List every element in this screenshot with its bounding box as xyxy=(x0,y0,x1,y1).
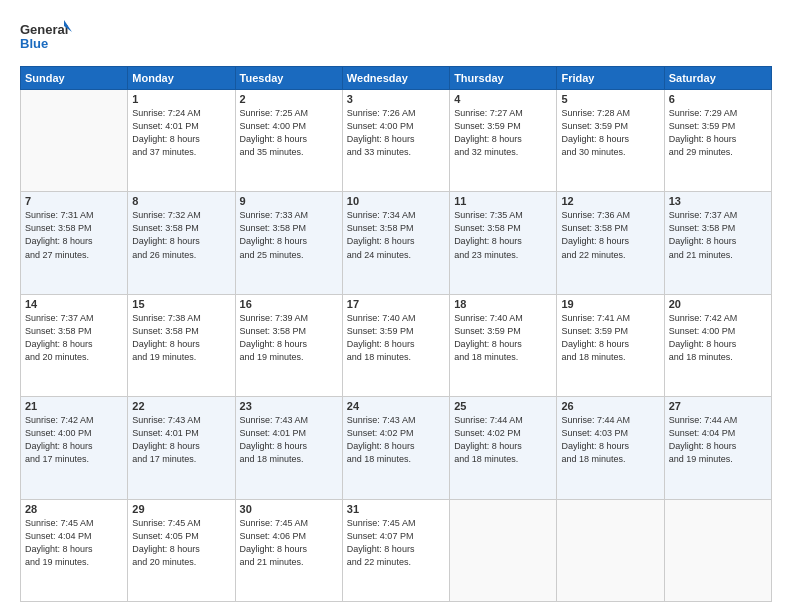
day-info: Sunrise: 7:38 AMSunset: 3:58 PMDaylight:… xyxy=(132,312,230,364)
calendar-header-monday: Monday xyxy=(128,67,235,90)
day-number: 27 xyxy=(669,400,767,412)
calendar-header-wednesday: Wednesday xyxy=(342,67,449,90)
calendar-cell: 4Sunrise: 7:27 AMSunset: 3:59 PMDaylight… xyxy=(450,90,557,192)
calendar-week-3: 14Sunrise: 7:37 AMSunset: 3:58 PMDayligh… xyxy=(21,294,772,396)
day-number: 19 xyxy=(561,298,659,310)
calendar-week-2: 7Sunrise: 7:31 AMSunset: 3:58 PMDaylight… xyxy=(21,192,772,294)
day-number: 31 xyxy=(347,503,445,515)
day-number: 28 xyxy=(25,503,123,515)
calendar-cell: 31Sunrise: 7:45 AMSunset: 4:07 PMDayligh… xyxy=(342,499,449,601)
calendar-cell: 19Sunrise: 7:41 AMSunset: 3:59 PMDayligh… xyxy=(557,294,664,396)
day-number: 9 xyxy=(240,195,338,207)
day-number: 13 xyxy=(669,195,767,207)
header: General Blue xyxy=(20,18,772,56)
calendar-header-friday: Friday xyxy=(557,67,664,90)
day-info: Sunrise: 7:44 AMSunset: 4:02 PMDaylight:… xyxy=(454,414,552,466)
calendar-cell: 20Sunrise: 7:42 AMSunset: 4:00 PMDayligh… xyxy=(664,294,771,396)
calendar-week-1: 1Sunrise: 7:24 AMSunset: 4:01 PMDaylight… xyxy=(21,90,772,192)
logo: General Blue xyxy=(20,18,72,56)
day-info: Sunrise: 7:36 AMSunset: 3:58 PMDaylight:… xyxy=(561,209,659,261)
calendar-cell: 9Sunrise: 7:33 AMSunset: 3:58 PMDaylight… xyxy=(235,192,342,294)
calendar-cell: 1Sunrise: 7:24 AMSunset: 4:01 PMDaylight… xyxy=(128,90,235,192)
day-number: 1 xyxy=(132,93,230,105)
day-info: Sunrise: 7:45 AMSunset: 4:05 PMDaylight:… xyxy=(132,517,230,569)
calendar-cell: 15Sunrise: 7:38 AMSunset: 3:58 PMDayligh… xyxy=(128,294,235,396)
day-number: 15 xyxy=(132,298,230,310)
calendar-cell: 22Sunrise: 7:43 AMSunset: 4:01 PMDayligh… xyxy=(128,397,235,499)
day-number: 20 xyxy=(669,298,767,310)
calendar-cell: 10Sunrise: 7:34 AMSunset: 3:58 PMDayligh… xyxy=(342,192,449,294)
day-number: 2 xyxy=(240,93,338,105)
day-number: 3 xyxy=(347,93,445,105)
calendar-week-4: 21Sunrise: 7:42 AMSunset: 4:00 PMDayligh… xyxy=(21,397,772,499)
day-number: 24 xyxy=(347,400,445,412)
calendar-cell: 25Sunrise: 7:44 AMSunset: 4:02 PMDayligh… xyxy=(450,397,557,499)
day-info: Sunrise: 7:41 AMSunset: 3:59 PMDaylight:… xyxy=(561,312,659,364)
calendar-cell: 6Sunrise: 7:29 AMSunset: 3:59 PMDaylight… xyxy=(664,90,771,192)
calendar-cell xyxy=(21,90,128,192)
day-number: 7 xyxy=(25,195,123,207)
day-number: 17 xyxy=(347,298,445,310)
day-number: 14 xyxy=(25,298,123,310)
day-number: 8 xyxy=(132,195,230,207)
calendar-cell: 8Sunrise: 7:32 AMSunset: 3:58 PMDaylight… xyxy=(128,192,235,294)
day-number: 30 xyxy=(240,503,338,515)
day-info: Sunrise: 7:35 AMSunset: 3:58 PMDaylight:… xyxy=(454,209,552,261)
day-info: Sunrise: 7:39 AMSunset: 3:58 PMDaylight:… xyxy=(240,312,338,364)
page: General Blue SundayMondayTuesdayWednesda… xyxy=(0,0,792,612)
day-number: 10 xyxy=(347,195,445,207)
calendar-cell: 3Sunrise: 7:26 AMSunset: 4:00 PMDaylight… xyxy=(342,90,449,192)
calendar-cell: 16Sunrise: 7:39 AMSunset: 3:58 PMDayligh… xyxy=(235,294,342,396)
calendar-cell: 29Sunrise: 7:45 AMSunset: 4:05 PMDayligh… xyxy=(128,499,235,601)
day-number: 26 xyxy=(561,400,659,412)
day-info: Sunrise: 7:24 AMSunset: 4:01 PMDaylight:… xyxy=(132,107,230,159)
calendar-cell: 2Sunrise: 7:25 AMSunset: 4:00 PMDaylight… xyxy=(235,90,342,192)
calendar-header-saturday: Saturday xyxy=(664,67,771,90)
day-number: 5 xyxy=(561,93,659,105)
day-number: 18 xyxy=(454,298,552,310)
calendar-cell: 14Sunrise: 7:37 AMSunset: 3:58 PMDayligh… xyxy=(21,294,128,396)
day-info: Sunrise: 7:45 AMSunset: 4:04 PMDaylight:… xyxy=(25,517,123,569)
day-info: Sunrise: 7:26 AMSunset: 4:00 PMDaylight:… xyxy=(347,107,445,159)
calendar-week-5: 28Sunrise: 7:45 AMSunset: 4:04 PMDayligh… xyxy=(21,499,772,601)
day-info: Sunrise: 7:45 AMSunset: 4:06 PMDaylight:… xyxy=(240,517,338,569)
calendar-cell: 18Sunrise: 7:40 AMSunset: 3:59 PMDayligh… xyxy=(450,294,557,396)
day-number: 12 xyxy=(561,195,659,207)
day-info: Sunrise: 7:44 AMSunset: 4:03 PMDaylight:… xyxy=(561,414,659,466)
svg-text:Blue: Blue xyxy=(20,36,48,51)
calendar-cell: 11Sunrise: 7:35 AMSunset: 3:58 PMDayligh… xyxy=(450,192,557,294)
calendar-header-sunday: Sunday xyxy=(21,67,128,90)
day-info: Sunrise: 7:33 AMSunset: 3:58 PMDaylight:… xyxy=(240,209,338,261)
calendar-cell: 12Sunrise: 7:36 AMSunset: 3:58 PMDayligh… xyxy=(557,192,664,294)
calendar-cell: 13Sunrise: 7:37 AMSunset: 3:58 PMDayligh… xyxy=(664,192,771,294)
day-info: Sunrise: 7:42 AMSunset: 4:00 PMDaylight:… xyxy=(25,414,123,466)
day-info: Sunrise: 7:40 AMSunset: 3:59 PMDaylight:… xyxy=(347,312,445,364)
day-info: Sunrise: 7:37 AMSunset: 3:58 PMDaylight:… xyxy=(25,312,123,364)
day-number: 16 xyxy=(240,298,338,310)
day-info: Sunrise: 7:43 AMSunset: 4:02 PMDaylight:… xyxy=(347,414,445,466)
calendar-header-tuesday: Tuesday xyxy=(235,67,342,90)
calendar-header-row: SundayMondayTuesdayWednesdayThursdayFrid… xyxy=(21,67,772,90)
day-number: 23 xyxy=(240,400,338,412)
calendar-cell: 21Sunrise: 7:42 AMSunset: 4:00 PMDayligh… xyxy=(21,397,128,499)
day-info: Sunrise: 7:28 AMSunset: 3:59 PMDaylight:… xyxy=(561,107,659,159)
day-info: Sunrise: 7:31 AMSunset: 3:58 PMDaylight:… xyxy=(25,209,123,261)
logo-svg: General Blue xyxy=(20,18,72,56)
day-number: 11 xyxy=(454,195,552,207)
calendar-cell: 23Sunrise: 7:43 AMSunset: 4:01 PMDayligh… xyxy=(235,397,342,499)
day-number: 6 xyxy=(669,93,767,105)
day-info: Sunrise: 7:40 AMSunset: 3:59 PMDaylight:… xyxy=(454,312,552,364)
day-info: Sunrise: 7:32 AMSunset: 3:58 PMDaylight:… xyxy=(132,209,230,261)
day-number: 21 xyxy=(25,400,123,412)
calendar-header-thursday: Thursday xyxy=(450,67,557,90)
calendar-cell: 27Sunrise: 7:44 AMSunset: 4:04 PMDayligh… xyxy=(664,397,771,499)
day-info: Sunrise: 7:42 AMSunset: 4:00 PMDaylight:… xyxy=(669,312,767,364)
day-info: Sunrise: 7:37 AMSunset: 3:58 PMDaylight:… xyxy=(669,209,767,261)
calendar-cell: 24Sunrise: 7:43 AMSunset: 4:02 PMDayligh… xyxy=(342,397,449,499)
day-number: 25 xyxy=(454,400,552,412)
day-number: 4 xyxy=(454,93,552,105)
calendar-cell: 7Sunrise: 7:31 AMSunset: 3:58 PMDaylight… xyxy=(21,192,128,294)
calendar-cell xyxy=(450,499,557,601)
day-info: Sunrise: 7:43 AMSunset: 4:01 PMDaylight:… xyxy=(132,414,230,466)
day-info: Sunrise: 7:25 AMSunset: 4:00 PMDaylight:… xyxy=(240,107,338,159)
